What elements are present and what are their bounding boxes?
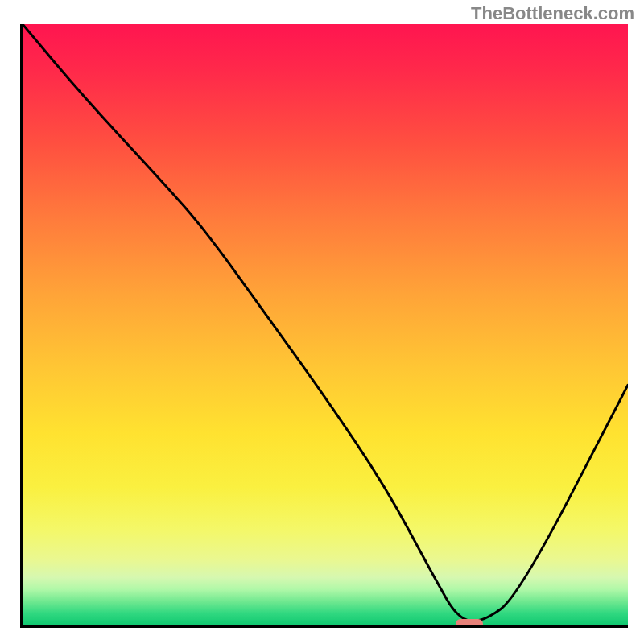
chart-container: TheBottleneck.com <box>0 0 644 644</box>
minimum-marker <box>456 619 483 628</box>
bottleneck-curve <box>23 24 628 625</box>
watermark-text: TheBottleneck.com <box>471 3 634 24</box>
plot-area <box>20 24 628 628</box>
